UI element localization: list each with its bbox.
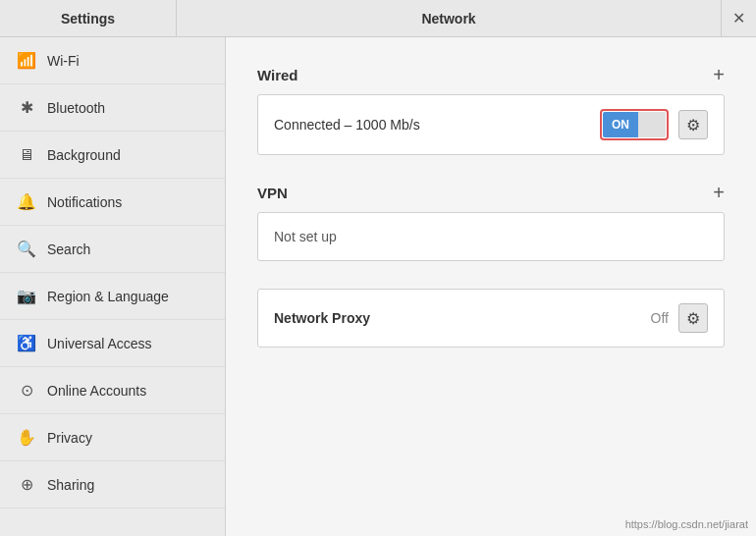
region-icon: 📷: [16, 287, 37, 305]
proxy-card: Network Proxy Off ⚙: [257, 289, 725, 348]
titlebar: Settings Network ✕: [0, 0, 756, 37]
wired-section-title: Wired: [257, 67, 298, 83]
sidebar: 📶Wi-Fi✱Bluetooth🖥Background🔔Notification…: [0, 37, 226, 536]
toggle-off-part: [638, 112, 666, 137]
universal-access-icon: ♿: [16, 334, 37, 352]
vpn-section-title: VPN: [257, 185, 288, 201]
privacy-label: Privacy: [47, 430, 92, 446]
privacy-icon: ✋: [16, 428, 37, 447]
toggle-on-label: ON: [612, 118, 629, 132]
settings-label: Settings: [61, 11, 115, 27]
notifications-label: Notifications: [47, 194, 122, 210]
vpn-add-button[interactable]: +: [713, 183, 725, 202]
sharing-icon: ⊕: [16, 475, 37, 494]
wifi-icon: 📶: [16, 51, 37, 70]
universal-access-label: Universal Access: [47, 336, 152, 351]
gear-icon: ⚙: [686, 116, 700, 134]
vpn-card: Not set up: [257, 212, 725, 261]
wired-toggle-switch[interactable]: ON: [603, 112, 666, 137]
wired-status-label: Connected – 1000 Mb/s: [274, 117, 600, 133]
toggle-on-part: ON: [603, 112, 638, 137]
titlebar-settings-label: Settings: [0, 0, 177, 36]
wired-section-header: Wired +: [257, 65, 725, 84]
proxy-row: Network Proxy Off ⚙: [258, 290, 724, 347]
region-label: Region & Language: [47, 289, 169, 304]
wired-toggle-wrapper[interactable]: ON: [600, 109, 669, 140]
sidebar-item-background[interactable]: 🖥Background: [0, 132, 225, 179]
sidebar-item-online-accounts[interactable]: ⊙Online Accounts: [0, 367, 225, 414]
wired-section: Wired + Connected – 1000 Mb/s ON: [257, 65, 725, 155]
sharing-label: Sharing: [47, 477, 94, 493]
proxy-gear-icon: ⚙: [686, 309, 700, 328]
close-button[interactable]: ✕: [721, 0, 756, 37]
wired-add-button[interactable]: +: [713, 65, 725, 84]
background-icon: 🖥: [16, 146, 37, 164]
proxy-settings-button[interactable]: ⚙: [678, 303, 708, 333]
notifications-icon: 🔔: [16, 192, 37, 211]
bluetooth-label: Bluetooth: [47, 100, 105, 116]
sidebar-item-wifi[interactable]: 📶Wi-Fi: [0, 37, 225, 84]
sidebar-item-notifications[interactable]: 🔔Notifications: [0, 179, 225, 226]
online-accounts-label: Online Accounts: [47, 383, 146, 399]
vpn-section: VPN + Not set up: [257, 183, 725, 261]
proxy-label: Network Proxy: [274, 310, 651, 326]
proxy-status: Off: [651, 310, 669, 326]
vpn-section-header: VPN +: [257, 183, 725, 202]
background-label: Background: [47, 147, 121, 163]
sidebar-item-universal-access[interactable]: ♿Universal Access: [0, 320, 225, 367]
bluetooth-icon: ✱: [16, 98, 37, 117]
wifi-label: Wi-Fi: [47, 53, 80, 69]
sidebar-item-privacy[interactable]: ✋Privacy: [0, 414, 225, 461]
vpn-empty-text: Not set up: [258, 213, 724, 260]
content-area: Wired + Connected – 1000 Mb/s ON: [226, 37, 756, 536]
sidebar-item-region[interactable]: 📷Region & Language: [0, 273, 225, 320]
search-icon: 🔍: [16, 240, 37, 258]
sidebar-item-sharing[interactable]: ⊕Sharing: [0, 461, 225, 509]
wired-card: Connected – 1000 Mb/s ON ⚙: [257, 94, 725, 155]
online-accounts-icon: ⊙: [16, 381, 37, 400]
search-label: Search: [47, 241, 90, 257]
main-layout: 📶Wi-Fi✱Bluetooth🖥Background🔔Notification…: [0, 37, 756, 536]
sidebar-item-search[interactable]: 🔍Search: [0, 226, 225, 273]
wired-card-row: Connected – 1000 Mb/s ON ⚙: [258, 95, 724, 154]
titlebar-title: Network: [177, 11, 721, 27]
sidebar-item-bluetooth[interactable]: ✱Bluetooth: [0, 84, 225, 132]
wired-settings-button[interactable]: ⚙: [678, 110, 708, 139]
